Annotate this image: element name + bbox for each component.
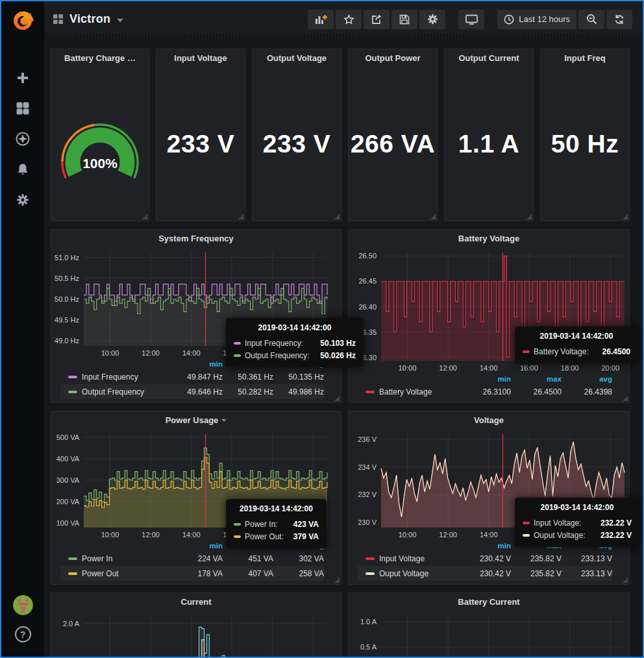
panel-title[interactable]: Battery Current bbox=[349, 593, 629, 611]
create-plus-icon[interactable] bbox=[16, 71, 30, 85]
side-nav bbox=[16, 37, 30, 207]
dashboards-icon[interactable] bbox=[16, 101, 30, 116]
chevron-down-icon[interactable] bbox=[117, 19, 123, 22]
panel-battery-charge: Battery Charge … 100% bbox=[51, 49, 149, 221]
stat-value: 1.1 A bbox=[458, 130, 519, 158]
resize-grip[interactable] bbox=[238, 214, 243, 219]
series-name[interactable]: Power Out bbox=[82, 569, 172, 578]
legend-row: Ouput Voltage 230.42 V 235.82 V 233.13 V bbox=[358, 566, 612, 581]
svg-text:26.40: 26.40 bbox=[358, 303, 377, 311]
time-series-plot[interactable]: 2.0 A1.5 A bbox=[51, 611, 341, 657]
tooltip-label: Input Frequency: bbox=[245, 339, 303, 348]
svg-text:14:00: 14:00 bbox=[480, 531, 498, 539]
legend-row: Input Frequency 49.847 Hz 50.361 Hz 50.1… bbox=[60, 369, 324, 384]
legend-col-min[interactable]: min bbox=[172, 360, 223, 368]
panel-title[interactable]: Output Current bbox=[445, 49, 533, 67]
resize-grip[interactable] bbox=[623, 396, 628, 401]
svg-text:16:00: 16:00 bbox=[520, 364, 538, 372]
panel-title[interactable]: Current bbox=[51, 593, 341, 611]
series-color-dash bbox=[365, 391, 375, 393]
share-button[interactable] bbox=[364, 10, 390, 29]
add-panel-button[interactable] bbox=[308, 10, 334, 29]
side-bottom: ? bbox=[13, 595, 33, 657]
legend-col-min[interactable]: min bbox=[460, 542, 511, 550]
star-button[interactable] bbox=[336, 10, 362, 29]
panel-title-text: Battery Voltage bbox=[458, 234, 519, 243]
save-button[interactable] bbox=[391, 10, 417, 29]
resize-grip[interactable] bbox=[334, 214, 340, 219]
time-series-plot[interactable]: 1.0 A0.5 A bbox=[349, 611, 629, 657]
legend-avg: 258 VA bbox=[273, 569, 324, 578]
stat-value: 50 Hz bbox=[551, 130, 619, 158]
panel-title[interactable]: Battery Voltage bbox=[349, 230, 629, 247]
legend-avg: 50.135 Hz bbox=[273, 372, 324, 382]
panel-title[interactable]: Voltage bbox=[349, 411, 629, 429]
series-name[interactable]: Power In bbox=[82, 554, 172, 563]
grafana-logo[interactable] bbox=[1, 1, 44, 37]
time-range-label: Last 12 hours bbox=[519, 14, 570, 24]
legend-row: Battery Voltage 26.3100 26.4500 26.4398 bbox=[358, 384, 612, 399]
resize-grip[interactable] bbox=[334, 396, 340, 401]
legend-col-avg[interactable]: avg bbox=[562, 375, 612, 383]
resize-grip[interactable] bbox=[430, 214, 436, 219]
zoom-out-button[interactable] bbox=[578, 10, 604, 29]
svg-text:50.5 Hz: 50.5 Hz bbox=[55, 274, 79, 282]
resize-grip[interactable] bbox=[526, 214, 532, 219]
svg-text:230 V: 230 V bbox=[358, 518, 377, 526]
legend-col-min[interactable]: min bbox=[172, 542, 223, 550]
svg-text:14:00: 14:00 bbox=[480, 364, 498, 372]
panel-menu-caret-icon[interactable] bbox=[221, 419, 227, 422]
svg-text:18:00: 18:00 bbox=[561, 364, 579, 372]
legend-col-min[interactable]: min bbox=[460, 375, 511, 383]
series-name[interactable]: Input Voltage bbox=[379, 554, 460, 563]
resize-grip[interactable] bbox=[623, 578, 628, 583]
panel-power-usage: Power Usage 500 VA400 VA300 VA200 VA100 … bbox=[51, 411, 341, 585]
legend-max: 235.82 V bbox=[511, 569, 562, 578]
side-menu: ? bbox=[1, 1, 44, 657]
legend-min: 49.646 Hz bbox=[172, 387, 223, 396]
tooltip-value: 26.4500 bbox=[593, 347, 630, 356]
tooltip-value: 50.103 Hz bbox=[311, 339, 356, 348]
panel-title[interactable]: System Frequency bbox=[51, 230, 341, 247]
configuration-gear-icon[interactable] bbox=[16, 193, 30, 207]
time-range-picker[interactable]: Last 12 hours bbox=[497, 10, 576, 29]
user-avatar[interactable] bbox=[13, 595, 33, 615]
panel-title[interactable]: Battery Charge … bbox=[51, 49, 149, 67]
panel-title[interactable]: Output Voltage bbox=[253, 49, 341, 67]
svg-text:10:00: 10:00 bbox=[399, 531, 417, 539]
panel-output-current: Output Current 1.1 A bbox=[444, 49, 534, 221]
dashboard-settings-button[interactable] bbox=[419, 10, 445, 29]
panel-title-text: Voltage bbox=[474, 415, 504, 425]
series-color-dash bbox=[68, 391, 77, 393]
alerting-bell-icon[interactable] bbox=[16, 162, 30, 177]
series-name[interactable]: Battery Voltage bbox=[379, 387, 460, 396]
svg-text:100 VA: 100 VA bbox=[56, 519, 80, 527]
tooltip-value: 379 VA bbox=[284, 532, 319, 541]
series-color-dash bbox=[68, 557, 77, 560]
help-icon[interactable]: ? bbox=[15, 626, 31, 642]
series-name[interactable]: Input Frequency bbox=[82, 372, 172, 382]
panel-title[interactable]: Input Freq bbox=[541, 49, 629, 67]
legend-col-max[interactable]: max bbox=[511, 375, 562, 383]
series-name[interactable]: Ouput Voltage bbox=[379, 569, 460, 578]
svg-text:12:00: 12:00 bbox=[142, 531, 160, 539]
panel-title[interactable]: Power Usage bbox=[51, 411, 341, 429]
help-glyph: ? bbox=[20, 629, 26, 640]
explore-compass-icon[interactable] bbox=[16, 132, 30, 146]
series-color-dash bbox=[523, 522, 530, 524]
refresh-button[interactable] bbox=[606, 10, 632, 29]
panel-title-text: Output Voltage bbox=[267, 53, 327, 63]
panel-title[interactable]: Input Voltage bbox=[156, 49, 245, 67]
panel-title-text: Current bbox=[181, 597, 212, 607]
resize-grip[interactable] bbox=[334, 578, 340, 583]
resize-grip[interactable] bbox=[623, 214, 628, 219]
svg-text:26.50: 26.50 bbox=[358, 252, 377, 260]
series-name[interactable]: Output Frequency bbox=[82, 387, 172, 396]
legend-avg: 26.4398 bbox=[562, 387, 612, 396]
tv-mode-button[interactable] bbox=[458, 10, 484, 29]
panel-title[interactable]: Output Power bbox=[349, 49, 437, 67]
resize-grip[interactable] bbox=[142, 214, 147, 219]
panel-title-text: Input Voltage bbox=[174, 53, 227, 63]
stat-value: 233 V bbox=[167, 130, 234, 158]
dashboard-title[interactable]: Victron bbox=[69, 12, 110, 26]
